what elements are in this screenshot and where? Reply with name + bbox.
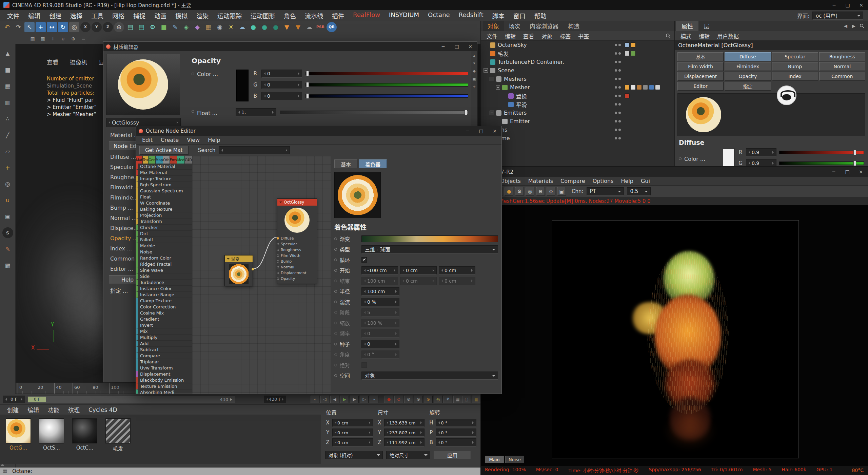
channel-slider[interactable] bbox=[305, 94, 468, 98]
expand-toggle[interactable] bbox=[496, 85, 500, 90]
anim-dot[interactable] bbox=[334, 238, 337, 240]
anim-dot[interactable] bbox=[334, 311, 337, 314]
menu-item[interactable]: 流水线 bbox=[300, 11, 328, 20]
tree-row[interactable]: 毛发 bbox=[481, 49, 674, 58]
pin-port[interactable] bbox=[277, 249, 279, 251]
property-select[interactable]: 对象 bbox=[361, 372, 498, 380]
render-queue-button[interactable]: ▥ bbox=[472, 396, 481, 403]
anim-dot[interactable] bbox=[334, 322, 337, 324]
node-type-item[interactable]: Noise bbox=[136, 249, 192, 255]
object-menu-item[interactable]: 编辑 bbox=[501, 32, 519, 40]
window-control-button[interactable]: ─ bbox=[827, 169, 841, 174]
node-type-item[interactable]: Ridged Fractal bbox=[136, 261, 192, 267]
lv-settings-icon[interactable]: ⚙ bbox=[515, 187, 524, 196]
anim-dot[interactable] bbox=[334, 259, 337, 261]
sky-icon[interactable]: ☁ bbox=[237, 22, 247, 32]
node-input-pin[interactable]: Bump bbox=[277, 259, 317, 264]
attribute-menu-item[interactable]: 编辑 bbox=[695, 32, 713, 40]
scroll-up-icon[interactable]: ▴ bbox=[473, 53, 475, 58]
object-tag[interactable] bbox=[625, 93, 630, 98]
node-type-item[interactable]: Float bbox=[136, 194, 192, 200]
menu-item[interactable]: 角色 bbox=[279, 11, 300, 20]
next-frame-button[interactable]: ▶ bbox=[350, 396, 359, 403]
object-tag[interactable] bbox=[643, 85, 648, 90]
lv-pick-focus-icon[interactable]: ⊙ bbox=[547, 187, 555, 196]
node-category-tab[interactable]: Mat bbox=[136, 156, 143, 164]
node-type-item[interactable]: Cosine Mix bbox=[136, 310, 192, 316]
visibility-dots[interactable] bbox=[615, 103, 624, 106]
node-type-item[interactable]: Uvw Transform bbox=[136, 365, 192, 371]
channel-button[interactable]: Common bbox=[819, 72, 865, 81]
window-control-button[interactable]: × bbox=[854, 169, 868, 174]
prev-key-button[interactable]: ◁ bbox=[320, 396, 329, 403]
add-cube-icon[interactable]: ■ bbox=[159, 22, 169, 32]
window-control-button[interactable]: × bbox=[488, 128, 501, 134]
menu-item[interactable]: 捕捉 bbox=[129, 11, 150, 20]
node-category-tab[interactable]: Gen bbox=[149, 156, 156, 164]
axis-small-icon[interactable]: ⊕ bbox=[69, 35, 77, 43]
material-preview-ball[interactable] bbox=[686, 97, 721, 132]
list-icon[interactable]: ≡ bbox=[79, 35, 87, 43]
node-category-tab[interactable]: C4D bbox=[185, 156, 192, 164]
polygons-mode-icon[interactable]: ▱ bbox=[2, 146, 13, 157]
coordinate-field[interactable]: 0 cm bbox=[332, 429, 373, 437]
manager-tab[interactable]: 构造 bbox=[563, 21, 584, 31]
attribute-menu-item[interactable]: 用户数据 bbox=[713, 32, 743, 40]
node-type-item[interactable]: Blackbody Emission bbox=[136, 377, 192, 383]
property-vector[interactable]: -100 cm 0 cm 0 cm bbox=[361, 266, 475, 274]
node-type-item[interactable]: Instance Color bbox=[136, 286, 192, 292]
pin-port[interactable] bbox=[277, 266, 279, 268]
channel-button[interactable]: 基本 bbox=[677, 52, 724, 61]
material-thumbnail[interactable] bbox=[72, 418, 97, 443]
color-swatch[interactable] bbox=[723, 148, 734, 166]
node-category-tab[interactable]: Tex bbox=[143, 156, 149, 164]
channel-button[interactable]: Diffuse bbox=[725, 52, 771, 61]
menu-item[interactable]: 动画 bbox=[150, 11, 171, 20]
node-input-pin[interactable]: Normal bbox=[277, 264, 317, 270]
node-type-item[interactable]: Falloff bbox=[136, 237, 192, 243]
object-tag[interactable] bbox=[631, 51, 636, 56]
property-field[interactable]: 0 ° bbox=[361, 350, 399, 359]
node-input-pin[interactable]: Specular bbox=[277, 241, 317, 247]
window-control-button[interactable]: □ bbox=[841, 169, 854, 174]
node-type-item[interactable]: Checker bbox=[136, 225, 192, 231]
node-type-item[interactable]: Compare bbox=[136, 353, 192, 359]
node-type-item[interactable]: Mix bbox=[136, 328, 192, 335]
last-tool-icon[interactable]: ◎ bbox=[69, 22, 79, 32]
interface-select[interactable]: oc (用户) bbox=[812, 12, 863, 20]
expand-toggle[interactable] bbox=[484, 68, 488, 73]
node-type-item[interactable]: Gradient bbox=[136, 316, 192, 322]
history-nav-button[interactable]: ▶ bbox=[852, 23, 855, 28]
mograph-icon[interactable]: ◈ bbox=[181, 22, 191, 32]
anim-dot[interactable] bbox=[334, 269, 337, 272]
tree-row[interactable]: OctaneSky bbox=[481, 41, 674, 49]
pin-port[interactable] bbox=[277, 278, 279, 280]
attribute-tab[interactable]: 属性 bbox=[676, 21, 698, 31]
channel-button[interactable]: Specular bbox=[772, 52, 818, 61]
cloud-sim-icon[interactable]: ☁ bbox=[304, 22, 314, 32]
viewport-menu-item[interactable]: 摄像机 bbox=[70, 58, 87, 66]
material-item[interactable]: OctG... bbox=[4, 418, 33, 452]
octane-light-icon[interactable]: ● bbox=[271, 22, 281, 32]
node-type-item[interactable]: Instance Range bbox=[136, 292, 192, 298]
anim-dot[interactable] bbox=[334, 332, 337, 335]
node-category-tab[interactable]: Med bbox=[177, 156, 185, 164]
current-frame-marker[interactable]: 0 F bbox=[28, 397, 46, 402]
node-type-item[interactable]: W Coordinate bbox=[136, 200, 192, 206]
visibility-dots[interactable] bbox=[615, 86, 624, 89]
redo-icon[interactable]: ↷ bbox=[13, 22, 23, 32]
menu-item[interactable]: 编辑 bbox=[24, 11, 45, 20]
filter-icon[interactable]: ▧ bbox=[39, 35, 47, 43]
channel-value-field[interactable]: 0.9 bbox=[746, 148, 776, 156]
color-swatch[interactable] bbox=[236, 70, 249, 101]
pin-port[interactable] bbox=[277, 237, 279, 240]
anim-dot[interactable] bbox=[334, 374, 337, 377]
menu-item[interactable]: Octane bbox=[423, 11, 454, 20]
node-editor-titlebar[interactable]: Octane Node Editor ─□× bbox=[136, 126, 501, 136]
manager-tab[interactable]: 场次 bbox=[504, 21, 525, 31]
property-field[interactable]: 0 % bbox=[361, 298, 399, 306]
node-type-item[interactable]: Absorbing Medi bbox=[136, 390, 192, 394]
deformer-icon[interactable]: ◆ bbox=[192, 22, 202, 32]
viewport-menu-item[interactable]: 查看 bbox=[47, 58, 58, 66]
lv-camera-icon[interactable]: ◎ bbox=[526, 187, 534, 196]
